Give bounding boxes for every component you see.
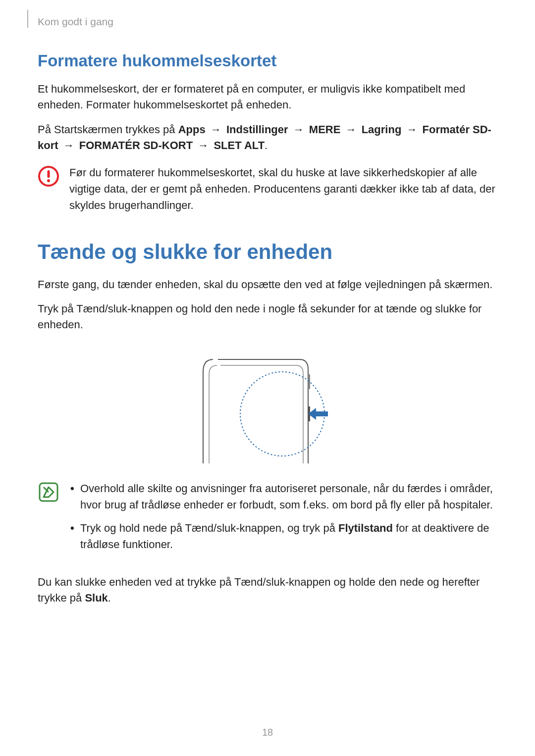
paragraph-power-2: Tryk på Tænd/sluk-knappen og hold den ne…	[38, 301, 497, 333]
nav-prefix: På Startskærmen trykkes på	[38, 123, 178, 136]
header-divider	[27, 10, 28, 28]
paragraph-nav-path: På Startskærmen trykkes på Apps → Indsti…	[38, 122, 497, 153]
nav-more: MERE	[309, 123, 341, 136]
note-text: Overhold alle skilte og anvisninger fra …	[69, 480, 497, 559]
nav-settings: Indstillinger	[226, 123, 288, 136]
paragraph-power-off: Du kan slukke enheden ved at trykke på T…	[38, 574, 497, 606]
nav-apps: Apps	[178, 123, 206, 136]
arrow-icon: →	[196, 139, 211, 151]
nav-storage: Lagring	[362, 123, 402, 136]
page-content: Kom godt i gang Formatere hukommelseskor…	[0, 0, 535, 606]
power-off-bold: Sluk	[85, 592, 107, 604]
paragraph-format-intro: Et hukommelseskort, der er formateret på…	[38, 81, 497, 113]
note-item-2: Tryk og hold nede på Tænd/sluk-knappen, …	[69, 520, 497, 553]
figure-power-button	[38, 345, 497, 463]
note-list: Overhold alle skilte og anvisninger fra …	[69, 480, 497, 553]
note-item-2-bold: Flytilstand	[338, 522, 393, 534]
note-item-2a: Tryk og hold nede på Tænd/sluk-knappen, …	[80, 522, 338, 534]
heading-format-memory: Formatere hukommelseskortet	[38, 51, 497, 70]
warning-text: Før du formaterer hukommelseskortet, ska…	[69, 164, 497, 213]
breadcrumb: Kom godt i gang	[38, 16, 497, 28]
arrow-icon: →	[61, 139, 76, 151]
svg-point-2	[47, 179, 50, 182]
svg-rect-1	[48, 170, 50, 178]
arrow-icon: →	[344, 123, 359, 136]
power-off-b: .	[108, 592, 111, 604]
arrow-icon: →	[291, 123, 306, 136]
nav-format-sd2: FORMATÉR SD-KORT	[79, 139, 193, 151]
svg-rect-3	[308, 374, 310, 389]
note-icon	[38, 480, 59, 503]
warning-block: Før du formaterer hukommelseskortet, ska…	[38, 164, 497, 213]
arrow-icon: →	[404, 123, 419, 136]
arrow-icon: →	[209, 123, 223, 136]
warning-icon	[38, 164, 59, 187]
page-number: 18	[0, 727, 535, 738]
period: .	[265, 139, 268, 151]
nav-delete-all: SLET ALT	[214, 139, 265, 151]
note-item-1: Overhold alle skilte og anvisninger fra …	[69, 480, 497, 513]
heading-power: Tænde og slukke for enheden	[38, 240, 497, 264]
paragraph-power-1: Første gang, du tænder enheden, skal du …	[38, 277, 497, 293]
note-block: Overhold alle skilte og anvisninger fra …	[38, 480, 497, 559]
